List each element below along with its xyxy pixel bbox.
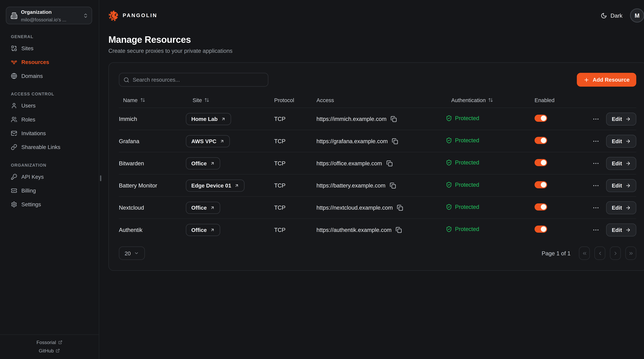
users-icon <box>11 116 17 122</box>
arrow-right-icon <box>626 227 631 232</box>
row-menu-icon[interactable] <box>592 115 600 122</box>
sidebar-scrollbar-thumb[interactable] <box>100 176 101 181</box>
arrow-right-icon <box>626 116 631 122</box>
prev-page-button[interactable] <box>594 246 605 260</box>
app-window: Organization milo@fossorial.io's ... GEN… <box>0 0 644 359</box>
last-page-button[interactable] <box>626 246 636 260</box>
arrow-up-right-icon <box>220 139 224 143</box>
column-header-access: Access <box>316 97 446 103</box>
resource-name: Bitwarden <box>119 160 186 166</box>
sidebar-item-billing[interactable]: Billing <box>0 184 99 196</box>
copy-icon[interactable] <box>397 204 403 211</box>
card-toolbar: Add Resource <box>119 73 636 87</box>
copy-icon[interactable] <box>386 160 392 166</box>
building-icon <box>10 12 18 19</box>
sidebar-item-label: API Keys <box>22 174 44 180</box>
site-link-button[interactable]: Home Lab <box>186 113 231 125</box>
site-link-button[interactable]: Office <box>186 224 220 236</box>
copy-icon[interactable] <box>392 138 398 144</box>
column-header-site[interactable]: Site <box>186 97 274 103</box>
row-menu-icon[interactable] <box>592 138 600 144</box>
enabled-toggle[interactable] <box>534 159 547 166</box>
resource-name: Authentik <box>119 227 186 233</box>
avatar[interactable]: M <box>630 8 644 23</box>
edit-button[interactable]: Edit <box>606 201 636 214</box>
site-link-button[interactable]: Office <box>186 157 220 169</box>
resource-access-url: https://battery.example.com <box>316 182 386 188</box>
enabled-toggle[interactable] <box>534 115 547 122</box>
column-header-authentication[interactable]: Authentication <box>446 97 534 103</box>
topbar: PANGOLIN Dark M <box>99 0 644 31</box>
row-menu-icon[interactable] <box>592 204 600 211</box>
ticket-check-icon <box>11 187 17 194</box>
copy-icon[interactable] <box>396 227 402 233</box>
row-menu-icon[interactable] <box>592 182 600 189</box>
sidebar-item-label: Users <box>22 102 36 109</box>
sidebar-item-shareable-links[interactable]: Shareable Links <box>0 141 99 153</box>
auth-status-badge: Protected <box>446 137 479 144</box>
shield-check-icon <box>446 204 452 210</box>
arrow-right-icon <box>626 205 631 210</box>
external-link-icon <box>58 340 62 344</box>
row-menu-icon[interactable] <box>592 226 600 233</box>
sidebar-item-invitations[interactable]: Invitations <box>0 127 99 139</box>
resource-access-url: https://grafana.example.com <box>316 138 388 144</box>
search-input[interactable] <box>133 76 264 83</box>
edit-button[interactable]: Edit <box>606 112 636 126</box>
github-link[interactable]: GitHub <box>39 348 60 353</box>
resource-protocol: TCP <box>274 204 316 211</box>
sidebar-item-settings[interactable]: Settings <box>0 198 99 210</box>
theme-toggle[interactable]: Dark <box>601 12 622 19</box>
sort-icon <box>140 98 145 102</box>
enabled-toggle[interactable] <box>534 204 547 210</box>
shield-check-icon <box>446 137 452 144</box>
sidebar-item-api-keys[interactable]: API Keys <box>0 171 99 182</box>
arrow-up-right-icon <box>210 228 215 232</box>
sidebar-item-domains[interactable]: Domains <box>0 70 99 82</box>
sidebar-item-roles[interactable]: Roles <box>0 114 99 125</box>
auth-status-badge: Protected <box>446 226 479 232</box>
site-link-button[interactable]: Edge Device 01 <box>186 179 244 192</box>
sidebar-item-resources[interactable]: Resources <box>0 56 99 68</box>
edit-button[interactable]: Edit <box>606 134 636 148</box>
page-size-select[interactable]: 20 <box>119 246 145 260</box>
fossorial-link[interactable]: Fossorial <box>36 340 62 345</box>
auth-status-badge: Protected <box>446 182 479 188</box>
page-status: Page 1 of 1 <box>542 250 570 256</box>
sidebar: Organization milo@fossorial.io's ... GEN… <box>0 0 99 359</box>
sidebar-item-label: Billing <box>22 187 36 194</box>
resource-access-url: https://authentik.example.com <box>316 227 392 233</box>
enabled-toggle[interactable] <box>534 181 547 188</box>
auth-status-badge: Protected <box>446 115 479 122</box>
chevron-down-icon <box>134 251 139 256</box>
edit-button[interactable]: Edit <box>606 179 636 192</box>
site-link-button[interactable]: AWS VPC <box>186 135 230 147</box>
row-menu-icon[interactable] <box>592 160 600 167</box>
sidebar-item-sites[interactable]: Sites <box>0 42 99 54</box>
site-link-button[interactable]: Office <box>186 202 220 214</box>
plus-icon <box>584 77 590 83</box>
copy-icon[interactable] <box>390 182 396 188</box>
shield-check-icon <box>446 182 452 188</box>
org-selector[interactable]: Organization milo@fossorial.io's ... <box>6 7 92 24</box>
edit-button[interactable]: Edit <box>606 157 636 170</box>
arrow-right-icon <box>626 138 631 144</box>
brand-name: PANGOLIN <box>122 12 158 18</box>
table-row: Immich Home Lab TCP https://immich.examp… <box>119 108 636 130</box>
copy-icon[interactable] <box>391 116 397 122</box>
sidebar-footer: Fossorial GitHub <box>0 334 99 359</box>
add-resource-button[interactable]: Add Resource <box>577 73 636 87</box>
column-header-name[interactable]: Name <box>119 97 186 103</box>
sidebar-item-label: Settings <box>22 201 41 208</box>
enabled-toggle[interactable] <box>534 137 547 144</box>
edit-button[interactable]: Edit <box>606 223 636 236</box>
section-label-general: GENERAL <box>11 34 99 39</box>
next-page-button[interactable] <box>610 246 621 260</box>
enabled-toggle[interactable] <box>534 226 547 233</box>
sidebar-item-label: Shareable Links <box>22 144 60 150</box>
external-link-icon <box>56 348 60 353</box>
first-page-button[interactable] <box>579 246 590 260</box>
theme-toggle-label: Dark <box>610 12 622 19</box>
sites-icon <box>11 45 17 51</box>
sidebar-item-users[interactable]: Users <box>0 100 99 112</box>
